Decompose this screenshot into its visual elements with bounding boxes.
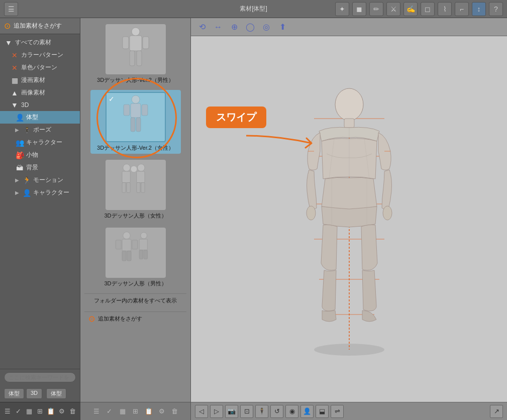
merge-icon[interactable]: ⇌ — [331, 405, 344, 418]
tag-3d[interactable]: 3D — [26, 388, 42, 399]
sidebar-item-manga[interactable]: ▦ 漫画素材 — [0, 74, 80, 86]
add-material-top[interactable]: ⊙ 追加素材をさがす — [0, 18, 80, 34]
mat-bottom-4[interactable]: ⊞ — [130, 406, 141, 417]
material-label-2: 3Dデッサン人形-Ver.2（女性） — [97, 144, 174, 152]
canvas-main[interactable]: スワイプ — [191, 36, 507, 402]
canvas-area: ⟲ ↔ ⊕ ◯ ◎ ⬆ — [191, 18, 507, 420]
anim-icon[interactable]: ◉ — [285, 405, 298, 418]
sb-icon-1[interactable]: ☰ — [2, 406, 13, 417]
sb-icon-6[interactable]: ⚙ — [56, 406, 67, 417]
help-icon[interactable]: ? — [489, 2, 503, 16]
toolbar-icon-1[interactable]: ✦ — [335, 2, 349, 16]
svg-rect-2 — [123, 37, 129, 49]
sidebar-item-mono[interactable]: ✕ 単色パターン — [0, 61, 80, 74]
material-thumb-female — [106, 160, 166, 210]
playback-next[interactable]: ▷ — [210, 405, 223, 418]
svg-rect-24 — [132, 240, 137, 249]
pose-arrow: ▶ — [15, 127, 19, 133]
main-content: ⊙ 追加素材をさがす ▼ すべての素材 ✕ カラーパターン ✕ 単色パターン ▦… — [0, 18, 507, 420]
svg-rect-14 — [122, 183, 126, 193]
mat-bottom-7[interactable]: 🗑 — [169, 406, 180, 417]
material-item-male-v2[interactable]: 3Dデッサン人形-Ver.2（男性） — [90, 22, 181, 86]
rotate-icon[interactable]: ↺ — [270, 405, 283, 418]
toolbar-icon-2[interactable]: ◼ — [352, 2, 366, 16]
toolbar-icon-5[interactable]: ✍ — [403, 2, 418, 16]
sidebar-item-bg[interactable]: 🏔 背景 — [0, 161, 80, 174]
material-thumb-female-v2: ✓ — [106, 92, 166, 142]
export-icon[interactable]: ↗ — [490, 405, 503, 418]
top-toolbar: ☰ 素材[体型] ✦ ◼ ✏ ⚔ ✍ ◻ ⌇ ⌐ ↕ ? — [0, 0, 507, 18]
motion-arrow: ▶ — [15, 177, 19, 183]
canvas-icon-scale[interactable]: ⊕ — [227, 20, 241, 34]
menu-icon[interactable]: ☰ — [4, 2, 18, 16]
toolbar-icon-8[interactable]: ⌐ — [455, 2, 469, 16]
sidebar-item-motion[interactable]: ▶ 🏃 モーション — [0, 174, 80, 186]
material-thumb-male — [106, 228, 166, 278]
toolbar-icon-3[interactable]: ✏ — [369, 2, 383, 16]
svg-rect-18 — [136, 183, 140, 193]
sidebar-item-label: ポーズ — [33, 126, 51, 134]
svg-rect-15 — [127, 183, 130, 193]
sidebar-item-label: カラーパターン — [21, 51, 63, 59]
mat-bottom-3[interactable]: ▦ — [117, 406, 128, 417]
sidebar-search — [0, 369, 80, 385]
sidebar-item-character2[interactable]: ▶ 👤 キャラクター — [0, 186, 80, 199]
canvas-icon-circle[interactable]: ◎ — [259, 20, 273, 34]
mat-bottom-2[interactable]: ✓ — [104, 406, 115, 417]
tag-body[interactable]: 体型 — [4, 388, 24, 399]
svg-rect-30 — [144, 250, 147, 259]
svg-rect-4 — [130, 51, 135, 66]
sb-icon-2[interactable]: ✓ — [13, 406, 24, 417]
person-icon[interactable]: 👤 — [300, 405, 314, 418]
mat-bottom-5[interactable]: 📋 — [143, 406, 154, 417]
add-material-row[interactable]: ⊙ 追加素材をさがす — [84, 311, 186, 326]
mat-bottom-6[interactable]: ⚙ — [156, 406, 167, 417]
sidebar-item-image[interactable]: ▲ 画像素材 — [0, 86, 80, 99]
sidebar-item-3d[interactable]: ▼ 3D — [0, 99, 80, 111]
canvas-bottom-left: ◁ ▷ 📷 ⊡ 🕴 ↺ ◉ 👤 ⬓ ⇌ — [195, 405, 344, 418]
canvas-icon-up[interactable]: ⬆ — [275, 20, 289, 34]
sidebar-item-props[interactable]: 🎒 小物 — [0, 149, 80, 161]
toolbar-icon-6[interactable]: ◻ — [421, 2, 435, 16]
svg-point-6 — [132, 95, 140, 103]
sidebar-item-label: すべての素材 — [15, 38, 51, 47]
props-icon: 🎒 — [15, 151, 24, 159]
layers-icon[interactable]: ⬓ — [316, 405, 329, 418]
folder-show-all[interactable]: フォルダー内の素材をすべて表示 — [84, 293, 186, 307]
material-item-female[interactable]: 3Dデッサン人形（女性） — [90, 158, 181, 222]
material-panel: 3Dデッサン人形-Ver.2（男性） ✓ — [80, 18, 191, 420]
sidebar-item-label: 単色パターン — [21, 63, 57, 72]
sb-icon-5[interactable]: 📋 — [45, 406, 56, 417]
color-icon: ✕ — [10, 51, 19, 59]
sidebar-item-character[interactable]: 👥 キャラクター — [0, 136, 80, 149]
sidebar-item-body[interactable]: 👤 体型 — [0, 111, 80, 124]
char2-icon: 👤 — [22, 189, 31, 197]
sidebar-item-color[interactable]: ✕ カラーパターン — [0, 49, 80, 61]
camera-icon[interactable]: 📷 — [225, 405, 238, 418]
sidebar-item-all[interactable]: ▼ すべての素材 — [0, 36, 80, 49]
frame-icon[interactable]: ⊡ — [240, 405, 253, 418]
sb-icon-4[interactable]: ⊞ — [35, 406, 46, 417]
material-item-male[interactable]: 3Dデッサン人形（男性） — [90, 226, 181, 289]
material-item-female-v2[interactable]: ✓ 3Dデッサン人形-Ver.2（女性） — [90, 90, 181, 154]
tag-body2[interactable]: 体型 — [46, 388, 66, 399]
svg-point-42 — [383, 206, 392, 220]
svg-rect-8 — [124, 104, 130, 116]
toolbar-icon-4[interactable]: ⚔ — [386, 2, 400, 16]
image-icon: ▲ — [10, 89, 19, 97]
canvas-icon-select[interactable]: ◯ — [243, 20, 257, 34]
search-input[interactable] — [4, 372, 76, 382]
figure-icon[interactable]: 🕴 — [255, 405, 268, 418]
sb-icon-3[interactable]: ▦ — [24, 406, 35, 417]
sb-icon-7[interactable]: 🗑 — [67, 406, 78, 417]
svg-point-0 — [132, 28, 140, 36]
sidebar-item-pose[interactable]: ▶ 🕴 ポーズ — [0, 124, 80, 136]
canvas-icon-move[interactable]: ↔ — [211, 20, 225, 34]
canvas-icon-rotate[interactable]: ⟲ — [195, 20, 209, 34]
mat-bottom-1[interactable]: ☰ — [91, 406, 102, 417]
toolbar-icon-9[interactable]: ↕ — [472, 2, 486, 16]
figure-3d-svg — [284, 78, 415, 360]
toolbar-icon-7[interactable]: ⌇ — [438, 2, 452, 16]
sidebar-item-label: 漫画素材 — [21, 76, 45, 84]
playback-prev[interactable]: ◁ — [195, 405, 208, 418]
